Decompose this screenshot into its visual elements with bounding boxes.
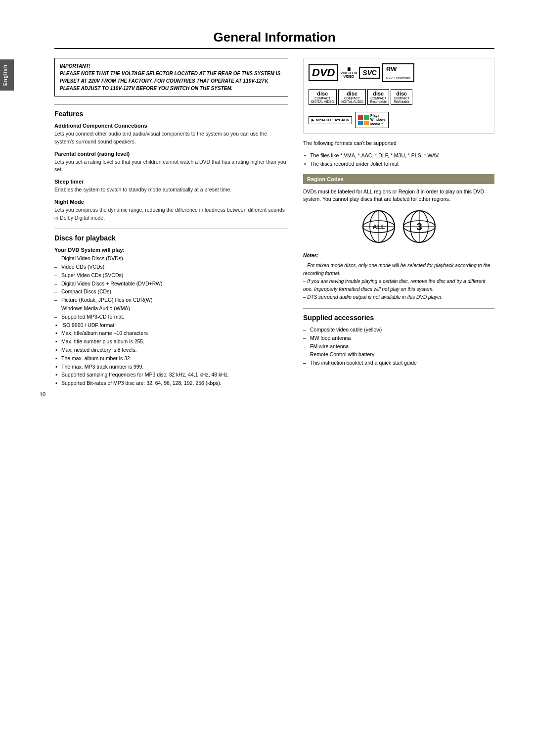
list-item: Video CDs (VCDs) — [54, 263, 288, 271]
region-codes-heading: Region Codes — [303, 174, 494, 184]
page-number: 10 — [40, 391, 45, 397]
svg-rect-0 — [358, 115, 363, 120]
list-item: Supported sampling frequencies for MP3 d… — [54, 371, 288, 379]
important-box: IMPORTANT! PLEASE NOTE THAT THE VOLTAGE … — [54, 58, 288, 96]
list-item: This instruction booklet and a quick sta… — [303, 359, 494, 367]
note-item: – For mixed mode discs, only one mode wi… — [303, 262, 494, 278]
mp3-playback-logo: ▶ MP3-CD PLAYBACK — [309, 116, 352, 124]
note-item: – If you are having trouble playing a ce… — [303, 278, 494, 293]
list-item: Max. title number plus album is 255. — [54, 337, 288, 346]
list-item: The files like *.VMA, *.AAC, *.DLF, *.M3… — [303, 151, 494, 160]
compact-disc-rec-logo: disc COMPACT Recordable — [367, 89, 389, 105]
list-item: The discs recorded under Joliet format — [303, 160, 494, 168]
night-mode-heading: Night Mode — [54, 199, 288, 205]
video-cd-logo: ▇ VIDEO CD VIDEO — [340, 67, 357, 78]
logos-area: DVD ▇ VIDEO CD VIDEO SVC RWDVD + ReWrita… — [303, 58, 494, 134]
disc-types-list: Digital Video Discs (DVDs) Video CDs (VC… — [54, 254, 288, 387]
svg-rect-3 — [364, 121, 369, 125]
accessories-list: Composite video cable (yellow) MW loop a… — [303, 326, 494, 367]
supplied-accessories-heading: Supplied accessories — [303, 314, 494, 322]
region-3-globe: 3 — [402, 209, 437, 244]
dvd-logo: DVD — [309, 64, 338, 81]
note-item: – DTS surround audio output is not avail… — [303, 293, 494, 301]
list-item: Picture (Kodak, JPEG) files on CDR(W) — [54, 296, 288, 304]
dvd-system-will-play-heading: Your DVD System will play: — [54, 247, 288, 253]
list-item: Remote Control with battery — [303, 350, 494, 359]
list-item: Compact Discs (CDs) — [54, 287, 288, 296]
list-item: ISO 9660 / UDF format — [54, 321, 288, 330]
list-item: The max. MP3 track number is 999. — [54, 363, 288, 371]
compact-disc-rw-logo: disc COMPACT ReWritable — [391, 89, 412, 105]
svg-text:ALL: ALL — [372, 223, 385, 231]
important-text: PLEASE NOTE THAT THE VOLTAGE SELECTOR LO… — [60, 71, 280, 91]
discs-heading: Discs for playback — [54, 234, 288, 242]
list-item: MW loop antenna — [303, 334, 494, 342]
language-tab: English — [0, 59, 14, 91]
compact-disc-logo: disc COMPACT DIGITAL VIDEO — [309, 89, 337, 105]
additional-component-text: Lets you connect other audio and audio/v… — [54, 130, 288, 146]
list-item: Super Video CDs (SVCDs) — [54, 271, 288, 280]
svcd-logo: SVC — [359, 67, 380, 79]
svg-rect-2 — [358, 121, 363, 125]
region-all-globe: ALL — [361, 209, 396, 244]
list-item: Composite video cable (yellow) — [303, 326, 494, 334]
night-mode-text: Lets you compress the dynamic range, red… — [54, 206, 288, 222]
list-item: Supported Bit-rates of MP3 disc are: 32,… — [54, 379, 288, 387]
page-title: General Information — [54, 30, 494, 49]
svg-text:3: 3 — [416, 221, 422, 232]
list-item: Max. nested directory is 8 levels. — [54, 346, 288, 354]
list-item: Supported MP3-CD format. — [54, 313, 288, 321]
list-item: Windows Media Audio (WMA) — [54, 304, 288, 313]
parental-control-heading: Parental control (rating level) — [54, 151, 288, 157]
list-item: Max. title/album name –10 characters — [54, 329, 288, 337]
formats-note: The following formats can't be supported — [303, 140, 494, 147]
list-item: The max. album number is 32. — [54, 354, 288, 363]
sleep-timer-text: Enables the system to switch to standby … — [54, 186, 288, 194]
list-item: Digital Video Discs (DVDs) — [54, 254, 288, 263]
region-logos: ALL 3 — [303, 209, 494, 244]
region-codes-text: DVDs must be labeled for ALL regions or … — [303, 188, 494, 204]
svg-rect-1 — [364, 115, 369, 120]
parental-control-text: Lets you set a rating level so that your… — [54, 158, 288, 174]
important-label: IMPORTANT! — [60, 63, 90, 69]
compact-disc-da-logo: disc COMPACT DIGITAL AUDIO — [338, 89, 366, 105]
sleep-timer-heading: Sleep timer — [54, 179, 288, 185]
rw-logo: RWDVD + ReWritable — [382, 63, 414, 82]
list-item: Digital Video Discs + Rewritable (DVD+RW… — [54, 280, 288, 288]
windows-media-logo: PlaysWindowsMedia™ — [355, 112, 389, 128]
notes-section: Notes: – For mixed mode discs, only one … — [303, 252, 494, 301]
features-heading: Features — [54, 110, 288, 118]
additional-component-heading: Additional Component Connections — [54, 123, 288, 129]
notes-label: Notes: — [303, 252, 494, 260]
formats-list: The files like *.VMA, *.AAC, *.DLF, *.M3… — [303, 151, 494, 168]
list-item: FM wire antenna — [303, 342, 494, 351]
